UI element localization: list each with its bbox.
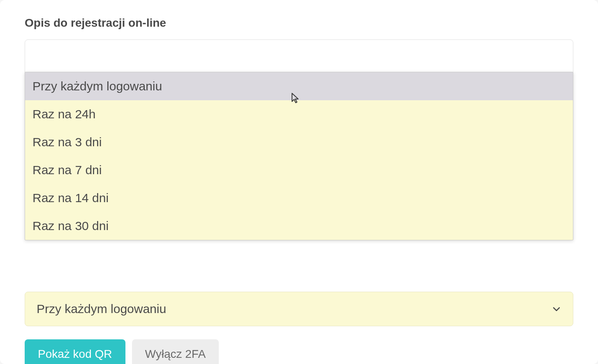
frequency-select[interactable]: Przy każdym logowaniu <box>25 292 573 326</box>
show-qr-button[interactable]: Pokaż kod QR <box>25 339 125 364</box>
dropdown-option-every-login[interactable]: Przy każdym logowaniu <box>25 72 573 100</box>
dropdown-options-list: Przy każdym logowaniu Raz na 24h Raz na … <box>25 72 573 240</box>
dropdown-option-30-days[interactable]: Raz na 30 dni <box>25 212 573 240</box>
chevron-down-icon <box>552 304 561 314</box>
dropdown-option-24h[interactable]: Raz na 24h <box>25 100 573 128</box>
dropdown-option-14-days[interactable]: Raz na 14 dni <box>25 184 573 212</box>
disable-2fa-button[interactable]: Wyłącz 2FA <box>132 339 219 364</box>
section-title: Opis do rejestracji on-line <box>25 16 573 30</box>
settings-panel: Opis do rejestracji on-line Przy każdym … <box>0 0 598 364</box>
dropdown-option-7-days[interactable]: Raz na 7 dni <box>25 156 573 184</box>
dropdown-option-3-days[interactable]: Raz na 3 dni <box>25 128 573 156</box>
select-value: Przy każdym logowaniu <box>37 302 166 316</box>
button-row: Pokaż kod QR Wyłącz 2FA <box>25 339 573 364</box>
description-input[interactable] <box>25 39 573 76</box>
